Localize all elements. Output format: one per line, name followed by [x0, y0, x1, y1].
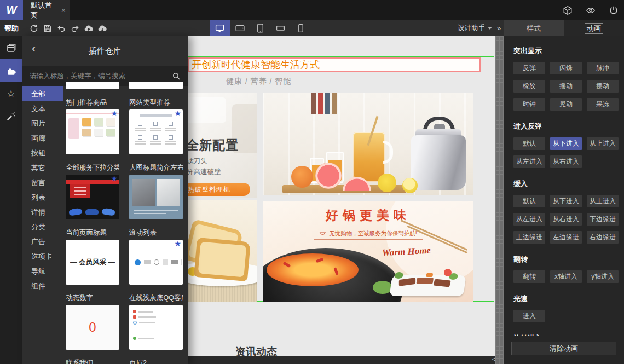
desktop-icon[interactable]	[210, 20, 230, 36]
phone-landscape-icon[interactable]	[270, 20, 291, 36]
tab-style[interactable]: 样式	[504, 20, 564, 36]
star-badge-icon[interactable]: ★	[111, 175, 118, 183]
animation-option-button[interactable]: 从右进入	[550, 213, 582, 226]
animation-option-button[interactable]: 默认	[513, 137, 545, 150]
banner-cta-button[interactable]: 热破壁料理机	[188, 183, 250, 196]
tab-style-label: 样式	[527, 24, 541, 33]
toast-photo[interactable]	[188, 200, 257, 302]
hero-title-selected[interactable]: 开创新时代健康智能生活方式	[188, 57, 481, 72]
plugin-card-title: 当前页面标题	[66, 228, 119, 238]
animation-option-button[interactable]: 时钟	[513, 98, 545, 111]
tab-animation[interactable]: 动画	[564, 20, 624, 36]
star-badge-icon[interactable]: ★	[174, 109, 181, 118]
animation-option-button[interactable]: 从上进入	[587, 195, 619, 207]
code-view-icon[interactable]: <>	[492, 356, 495, 364]
star-badge-icon[interactable]: ★	[174, 240, 181, 248]
animation-option-button[interactable]: 果冻	[587, 98, 619, 111]
eye-icon[interactable]	[586, 5, 596, 15]
plugin-card-cell: 动态数字 0	[66, 285, 119, 350]
plugin-category[interactable]: 文本	[22, 101, 63, 116]
hero-subtitle[interactable]: 健康 / 营养 / 智能	[226, 77, 291, 86]
star-badge-icon[interactable]: ★	[111, 109, 118, 118]
animation-option-button[interactable]: 翻转	[513, 270, 545, 283]
plugin-card-image-slider[interactable]	[129, 175, 183, 219]
plugin-category[interactable]: 详情	[22, 205, 63, 219]
cloud-download-icon[interactable]	[98, 24, 107, 33]
animation-option-button[interactable]: 从右进入	[550, 155, 582, 168]
animation-option-button[interactable]: 从下进入	[550, 195, 582, 207]
animation-option-button[interactable]: 闪烁	[550, 62, 582, 74]
animation-option-button[interactable]: y轴进入	[587, 270, 619, 283]
plugin-search-input[interactable]	[22, 72, 188, 80]
wok-banner[interactable]: 好锅更美味 无忧购物，至诚服务为你保驾护航! Warm Home	[263, 201, 473, 302]
kettle-knob	[434, 124, 445, 129]
help-button[interactable]: 帮助	[0, 20, 23, 36]
cloud-upload-icon[interactable]	[84, 24, 93, 33]
animation-option-button[interactable]: 从左进入	[513, 213, 545, 226]
sidebar-item-plugins[interactable]	[0, 59, 22, 82]
animation-option-button[interactable]: 从左进入	[513, 155, 545, 168]
animation-option-button[interactable]: x轴进入	[550, 270, 582, 283]
plugin-category[interactable]: 留言	[22, 175, 63, 190]
plugin-category[interactable]: 图片	[22, 116, 63, 131]
redo-icon[interactable]	[71, 24, 79, 33]
plugin-category[interactable]: 全部	[22, 86, 63, 101]
plugin-card-scrolling-list[interactable]: ★	[129, 240, 183, 285]
animation-option-button[interactable]: 上边缘进	[513, 231, 545, 244]
animation-option-button[interactable]: 右边缘进	[587, 231, 619, 244]
undo-icon[interactable]	[57, 24, 66, 33]
search-icon[interactable]	[172, 72, 181, 80]
plugin-card-list: 热门推荐商品 ★ 网站类型推荐 ★	[66, 82, 184, 364]
plugin-category[interactable]: 组件	[22, 279, 63, 293]
page-tab[interactable]: 默认首页 ×	[23, 0, 70, 20]
app-logo[interactable]: W	[0, 0, 23, 20]
animation-option-button[interactable]: 默认	[513, 195, 545, 207]
sidebar-item-pages[interactable]	[0, 36, 22, 59]
left-product-banner[interactable]: 全新配置 钛刀头 分高速破壁 热破壁料理机	[188, 93, 257, 198]
plugin-category[interactable]: 广告	[22, 234, 63, 249]
kettle-photo[interactable]	[263, 93, 473, 195]
device-preview-switcher	[210, 20, 311, 36]
animation-option-button[interactable]: 晃动	[550, 98, 582, 111]
animation-option-button[interactable]: 从下进入	[550, 137, 582, 150]
food-plate-shape	[389, 275, 466, 296]
plugin-category[interactable]: 分类	[22, 219, 63, 234]
plugin-card-dropdown-nav[interactable]: ★	[66, 175, 119, 219]
sidebar-item-wizard[interactable]	[0, 105, 22, 128]
plugin-card-hot-products[interactable]: ★	[66, 109, 119, 154]
plugin-category[interactable]: 其它	[22, 160, 63, 175]
plugin-card-cell: 大图标题简介左右切...	[129, 154, 183, 219]
canvas-scrollbar-track[interactable]	[495, 36, 504, 364]
cube-icon[interactable]	[563, 5, 573, 15]
tablet-portrait-icon[interactable]	[250, 20, 270, 36]
animation-option-button[interactable]: 脉冲	[587, 62, 619, 74]
plugin-card-qq-service[interactable]	[129, 305, 183, 350]
animation-option-button[interactable]: 进入	[513, 310, 545, 322]
power-icon[interactable]	[609, 5, 619, 15]
plugin-category[interactable]: 导航	[22, 264, 63, 279]
plugin-card-dynamic-number[interactable]: 0	[66, 305, 119, 350]
animation-option-button[interactable]: 反弹	[513, 62, 545, 74]
tab-close-icon[interactable]: ×	[61, 6, 66, 15]
animation-option-button[interactable]: 摆动	[587, 80, 619, 93]
plugin-card-page-title[interactable]: — 会员风采 —	[66, 240, 119, 285]
plugin-card-site-types[interactable]: ★	[129, 109, 183, 154]
animation-option-button[interactable]: 橡胶	[513, 80, 545, 93]
design-assistant-dropdown[interactable]: 设计助手	[458, 20, 492, 36]
animation-option-button[interactable]: 左边缘进	[550, 231, 582, 244]
sidebar-item-favorites[interactable]: ☆	[0, 82, 22, 105]
phone-portrait-icon[interactable]	[291, 20, 311, 36]
plugin-category[interactable]: 按钮	[22, 146, 63, 160]
collapse-panel-button[interactable]: »	[494, 20, 504, 36]
refresh-icon[interactable]	[30, 24, 38, 33]
plugin-category[interactable]: 列表	[22, 190, 63, 205]
animation-option-button[interactable]: 从上进入	[587, 137, 619, 150]
plugin-category[interactable]: 画廊	[22, 131, 63, 146]
tablet-landscape-icon[interactable]	[230, 20, 250, 36]
back-chevron-icon[interactable]: ‹	[32, 43, 36, 55]
save-icon[interactable]	[43, 24, 52, 33]
animation-option-button[interactable]: 摇动	[550, 80, 582, 93]
clear-animation-button[interactable]: 清除动画	[511, 342, 616, 355]
animation-option-button[interactable]: 下边缘进	[587, 213, 619, 226]
plugin-category[interactable]: 选项卡	[22, 249, 63, 264]
